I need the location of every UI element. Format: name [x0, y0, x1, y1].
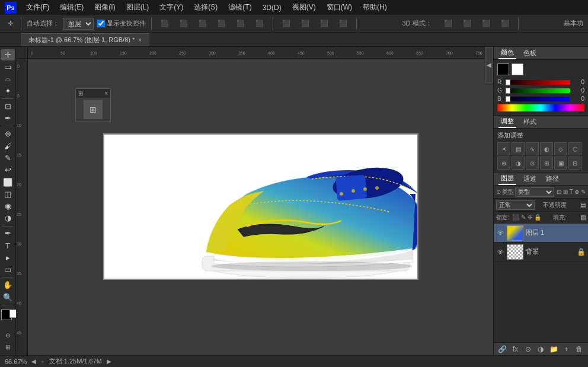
eraser-tool[interactable]: ⬜ — [1, 176, 15, 187]
select-rect-tool[interactable]: ▭ — [1, 61, 15, 72]
text-tool[interactable]: T — [1, 240, 15, 251]
menu-text[interactable]: 文字(Y) — [155, 1, 188, 14]
crop-tool[interactable]: ⊡ — [1, 101, 15, 112]
menu-file[interactable]: 文件(F) — [21, 1, 54, 14]
distribute-btn-2[interactable]: ⬛ — [298, 18, 313, 28]
move-tool[interactable]: ✛ — [1, 49, 15, 60]
align-btn-4[interactable]: ⬛ — [214, 18, 229, 28]
menu-filter[interactable]: 滤镜(T) — [223, 1, 256, 14]
panel-collapse-btn[interactable]: ◀ — [485, 47, 493, 82]
menu-window[interactable]: 窗口(W) — [322, 1, 357, 14]
layer-new-btn[interactable]: + — [561, 344, 572, 355]
bg-swatch[interactable] — [512, 63, 523, 75]
floating-panel-close[interactable]: × — [104, 90, 108, 97]
screen-mode-btn[interactable]: ⊞ — [1, 342, 15, 353]
doc-tab-close[interactable]: × — [138, 37, 142, 43]
menu-view[interactable]: 视图(V) — [287, 1, 321, 14]
adj-colorbalance-icon[interactable]: ⊕ — [497, 157, 510, 170]
hand-tool[interactable]: ✋ — [1, 279, 15, 291]
bottom-left-arrow[interactable]: ◀ — [31, 358, 36, 365]
quick-mask-tool[interactable]: ⊙ — [1, 330, 15, 341]
align-btn-5[interactable]: ⬛ — [233, 18, 248, 28]
align-btn-3[interactable]: ⬛ — [195, 18, 210, 28]
styles-tab[interactable]: 样式 — [521, 116, 539, 127]
show-transform-checkbox[interactable] — [97, 20, 105, 27]
show-transform-label[interactable]: 显示变换控件 — [97, 19, 146, 28]
layer-mask-btn[interactable]: ⊙ — [523, 344, 533, 355]
brush-tool[interactable]: 🖌 — [1, 141, 15, 152]
blend-mode-select[interactable]: 正常 — [496, 200, 535, 210]
adj-colormatch-icon[interactable]: ▣ — [554, 157, 567, 170]
distribute-btn-4[interactable]: ⬛ — [335, 18, 351, 28]
floating-panel-pin[interactable]: ⊞ — [78, 90, 83, 97]
layer-fx-btn[interactable]: fx — [510, 344, 520, 355]
layers-tab[interactable]: 图层 — [498, 173, 516, 185]
adj-vibrance-icon[interactable]: ◇ — [554, 142, 567, 155]
align-btn-6[interactable]: ⬛ — [252, 18, 267, 28]
layer-1-visibility-btn[interactable]: 👁 — [496, 229, 504, 237]
b-slider[interactable] — [506, 97, 570, 101]
r-thumb[interactable] — [506, 79, 510, 85]
filter-type-select[interactable]: 类型 — [515, 187, 554, 197]
align-btn-2[interactable]: ⬛ — [176, 18, 191, 28]
lock-transparency-btn[interactable]: ⬛ — [512, 214, 519, 221]
clone-stamp-tool[interactable]: ✎ — [1, 152, 15, 164]
swatches-tab[interactable]: 色板 — [521, 47, 539, 59]
adjustments-tab[interactable]: 调整 — [498, 116, 516, 128]
3d-btn-3[interactable]: ⬛ — [478, 18, 494, 28]
gradient-tool[interactable]: ◫ — [1, 189, 15, 200]
channels-tab[interactable]: 通道 — [521, 173, 539, 184]
magic-wand-tool[interactable]: ✦ — [1, 85, 15, 97]
shape-tool[interactable]: ▭ — [1, 264, 15, 275]
g-thumb[interactable] — [506, 88, 510, 94]
distribute-btn-1[interactable]: ⬛ — [279, 18, 294, 28]
fg-swatch[interactable] — [497, 63, 509, 75]
3d-btn-1[interactable]: ⬛ — [440, 18, 456, 28]
menu-3d[interactable]: 3D(D) — [258, 2, 286, 13]
layer-adjustment-btn[interactable]: ◑ — [535, 344, 546, 355]
adj-curves-icon[interactable]: ∿ — [526, 142, 539, 155]
distribute-btn-3[interactable]: ⬛ — [317, 18, 332, 28]
bottom-right-arrow[interactable]: ▶ — [107, 358, 111, 365]
3d-btn-2[interactable]: ⬛ — [459, 18, 475, 28]
lock-all-btn[interactable]: 🔒 — [534, 214, 541, 221]
color-tab[interactable]: 颜色 — [498, 47, 516, 59]
lock-image-btn[interactable]: ✎ — [521, 214, 526, 221]
adj-brightness-icon[interactable]: ☀ — [497, 142, 510, 155]
dodge-tool[interactable]: ◑ — [1, 212, 15, 224]
adj-channel-icon[interactable]: ⊞ — [540, 157, 553, 170]
paths-tab[interactable]: 路径 — [544, 173, 561, 184]
layer-delete-btn[interactable]: 🗑 — [574, 344, 584, 355]
layer-bg-visibility-btn[interactable]: 👁 — [496, 248, 504, 256]
menu-select[interactable]: 选择(S) — [189, 1, 222, 14]
history-brush-tool[interactable]: ↩ — [1, 164, 15, 175]
adj-levels-icon[interactable]: ▤ — [512, 142, 525, 155]
lasso-tool[interactable]: ⌓ — [1, 74, 15, 85]
layer-folder-btn[interactable]: 📁 — [548, 344, 559, 355]
healing-brush-tool[interactable]: ⊕ — [1, 128, 15, 139]
document-tab[interactable]: 未标题-1 @ 66.7% (图层 1, RGB/8) * × — [21, 33, 149, 46]
adj-invert-icon[interactable]: ⊟ — [568, 157, 581, 170]
menu-image[interactable]: 图像(I) — [90, 1, 120, 14]
layer-link-btn[interactable]: 🔗 — [497, 344, 508, 355]
zoom-tool[interactable]: 🔍 — [1, 292, 15, 303]
layer-item-1[interactable]: 👁 图层 1 — [494, 224, 588, 242]
adj-bw-icon[interactable]: ◑ — [512, 157, 525, 170]
g-slider[interactable] — [506, 88, 570, 93]
menu-help[interactable]: 帮助(H) — [358, 1, 392, 14]
r-slider[interactable] — [506, 80, 570, 85]
menu-edit[interactable]: 编辑(E) — [55, 1, 88, 14]
adj-exposure-icon[interactable]: ◐ — [540, 142, 553, 155]
pen-tool[interactable]: ✒ — [1, 228, 15, 239]
b-thumb[interactable] — [506, 96, 510, 102]
blur-tool[interactable]: ◉ — [1, 200, 15, 212]
auto-select-dropdown[interactable]: 图层 组 — [63, 18, 94, 30]
3d-btn-4[interactable]: ⬛ — [497, 18, 513, 28]
align-btn-1[interactable]: ⬛ — [157, 18, 172, 28]
canvas-image[interactable] — [104, 134, 418, 279]
lock-position-btn[interactable]: ✛ — [528, 214, 532, 221]
adj-photofilter-icon[interactable]: ⊙ — [526, 157, 539, 170]
eyedropper-tool[interactable]: ✒ — [1, 113, 15, 124]
color-spectrum[interactable] — [497, 104, 584, 111]
layer-item-bg[interactable]: 👁 背景 🔒 — [494, 242, 588, 261]
